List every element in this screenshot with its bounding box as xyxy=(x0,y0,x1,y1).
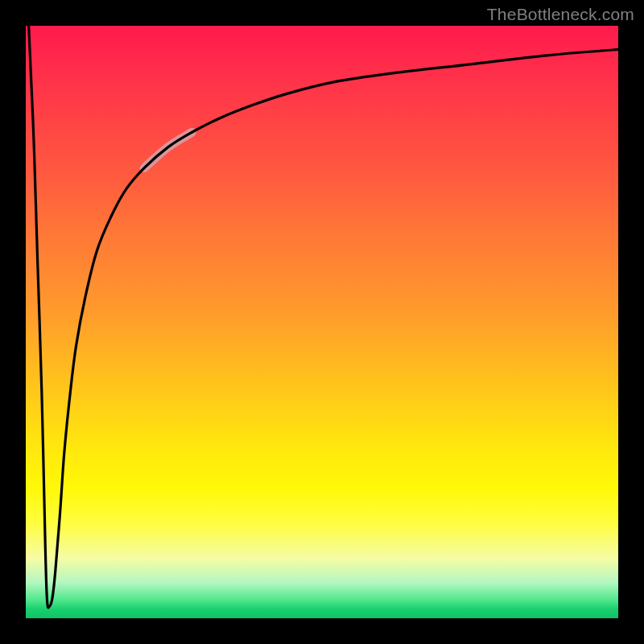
plot-area xyxy=(26,26,618,618)
bottleneck-curve-line xyxy=(29,26,618,608)
chart-container: TheBottleneck.com xyxy=(0,0,644,644)
curve-svg xyxy=(26,26,618,618)
watermark-text: TheBottleneck.com xyxy=(487,5,634,24)
plot-frame xyxy=(0,0,644,644)
